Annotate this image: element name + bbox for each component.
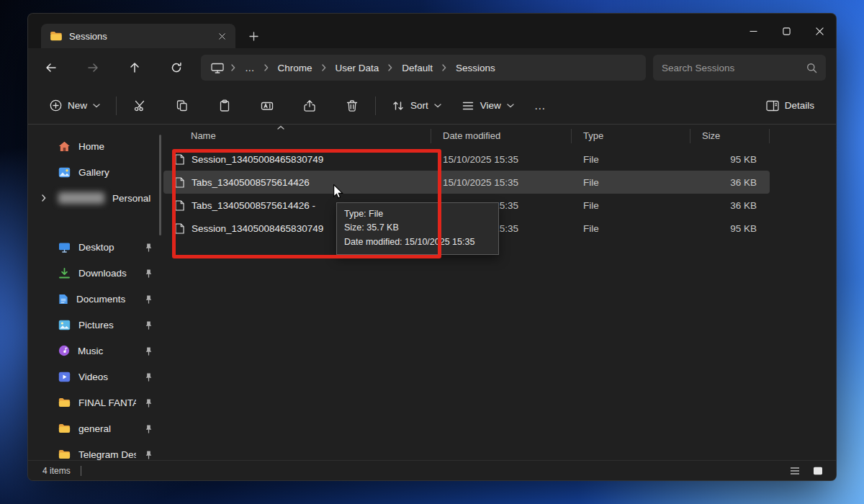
new-button[interactable]: New (42, 93, 107, 119)
titlebar: Sessions (28, 14, 836, 48)
new-tab-button[interactable] (241, 24, 266, 48)
delete-button[interactable] (338, 93, 366, 119)
pin-icon (144, 424, 153, 433)
breadcrumb-ellipsis[interactable]: … (238, 58, 261, 78)
sidebar-item-music[interactable]: Music (32, 338, 159, 364)
tab-sessions[interactable]: Sessions (41, 24, 235, 48)
breadcrumb-chrome[interactable]: Chrome (271, 58, 319, 78)
tooltip-type: Type: File (344, 207, 491, 221)
toolbar-divider (375, 96, 376, 115)
column-header-date-modified[interactable]: Date modified (431, 129, 572, 143)
refresh-icon (171, 62, 182, 73)
up-button[interactable] (122, 55, 148, 81)
sidebar-item-pictures[interactable]: Pictures (32, 312, 159, 338)
copy-button[interactable] (168, 93, 197, 119)
file-row[interactable]: Session_13405008465830749 15/10/2025 15:… (163, 148, 770, 171)
window-controls (737, 14, 836, 48)
tab-close-icon[interactable] (214, 28, 230, 44)
chevron-down-icon (434, 104, 441, 108)
navigation-pane: Home Gallery Personal Desktop Downloads (28, 125, 163, 460)
sidebar-item-label: Gallery (78, 167, 153, 178)
pin-icon (144, 243, 153, 252)
column-header-size[interactable]: Size (690, 129, 770, 143)
column-header-name[interactable]: Name (163, 129, 431, 143)
share-button[interactable] (295, 93, 324, 119)
column-header-type[interactable]: Type (572, 129, 690, 143)
plus-icon (249, 32, 258, 41)
sidebar-item-personal[interactable]: Personal (32, 185, 159, 211)
pin-icon (144, 372, 153, 382)
search-icon (806, 63, 817, 73)
refresh-button[interactable] (163, 55, 189, 81)
details-view-icon (790, 467, 800, 475)
search-input[interactable] (662, 63, 801, 73)
sidebar-item-videos[interactable]: Videos (32, 364, 159, 390)
breadcrumb-user-data[interactable]: User Data (329, 58, 386, 78)
minimize-button[interactable] (737, 14, 770, 48)
redacted-account-icon (58, 192, 104, 204)
back-icon (45, 62, 57, 73)
sidebar-section-gap (28, 211, 163, 234)
sidebar-item-downloads[interactable]: Downloads (32, 260, 159, 286)
file-size: 95 KB (690, 223, 770, 234)
file-name: Session_13405008465830749 (192, 223, 323, 234)
paste-button[interactable] (210, 93, 239, 119)
breadcrumb-default[interactable]: Default (395, 58, 439, 78)
file-type: File (572, 223, 690, 234)
chevron-right-icon (386, 64, 395, 71)
sidebar-scrollbar[interactable] (159, 135, 161, 235)
pin-icon (144, 346, 153, 356)
sort-button[interactable]: Sort (384, 93, 449, 119)
sidebar-item-label: Documents (76, 294, 136, 305)
sidebar-item-general[interactable]: general (32, 415, 159, 441)
sidebar-item-telegram-desktop[interactable]: Telegram Des (32, 441, 159, 460)
close-button[interactable] (803, 14, 836, 48)
sidebar-item-label: Home (78, 141, 153, 152)
file-icon (175, 154, 184, 165)
search-box[interactable] (653, 55, 826, 81)
view-button[interactable]: View (454, 93, 521, 119)
details-button[interactable]: Details (759, 93, 822, 119)
sidebar-item-final-fantasy[interactable]: FINAL FANTA (32, 390, 159, 415)
up-icon (129, 62, 140, 73)
forward-button[interactable] (80, 55, 106, 81)
sidebar-item-label: Pictures (78, 320, 136, 330)
details-button-label: Details (785, 100, 814, 111)
details-view-button[interactable] (786, 464, 804, 478)
file-name: Session_13405008465830749 (192, 154, 323, 165)
view-button-label: View (480, 100, 501, 111)
file-icon (175, 200, 184, 211)
sidebar-item-documents[interactable]: Documents (32, 286, 159, 312)
sidebar-item-label: Telegram Des (78, 449, 136, 460)
sort-button-label: Sort (410, 100, 428, 111)
sidebar-item-gallery[interactable]: Gallery (32, 159, 159, 185)
back-button[interactable] (38, 55, 64, 81)
chevron-right-icon (262, 64, 271, 71)
breadcrumb: … Chrome User Data Default Sessions (201, 55, 646, 81)
sidebar-item-label: Music (78, 346, 136, 356)
details-pane-icon (766, 100, 779, 112)
pin-icon (144, 398, 153, 408)
large-icons-view-button[interactable] (809, 464, 827, 478)
file-size: 36 KB (690, 177, 770, 188)
file-icon (175, 177, 184, 188)
sidebar-item-home[interactable]: Home (32, 133, 159, 159)
file-size: 36 KB (690, 200, 770, 211)
maximize-button[interactable] (770, 14, 803, 48)
status-divider (81, 466, 81, 476)
paste-icon (218, 99, 231, 112)
rename-button[interactable] (253, 93, 282, 119)
cut-button[interactable] (125, 93, 154, 119)
file-type: File (572, 200, 690, 211)
this-pc-icon[interactable] (208, 63, 228, 73)
expand-chevron-icon[interactable] (42, 194, 46, 202)
file-explorer-window: Sessions (27, 13, 837, 481)
sidebar-item-desktop[interactable]: Desktop (32, 234, 159, 260)
new-plus-icon (50, 99, 62, 112)
documents-icon (58, 294, 68, 305)
more-options-button[interactable]: … (527, 93, 554, 119)
folder-icon (58, 449, 71, 459)
breadcrumb-sessions[interactable]: Sessions (449, 58, 502, 78)
file-row-selected[interactable]: Tabs_13405008575614426 15/10/2025 15:35 … (163, 171, 770, 194)
downloads-icon (58, 268, 71, 279)
